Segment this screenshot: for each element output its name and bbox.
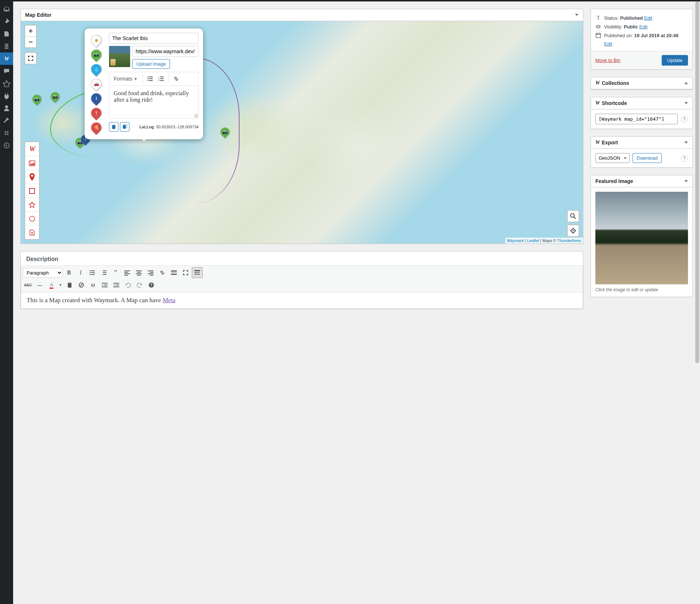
undo-button[interactable] xyxy=(122,280,133,291)
zoom-in-button[interactable]: + xyxy=(25,26,36,36)
attribution-leaflet-link[interactable]: Leaflet xyxy=(527,238,539,243)
fullscreen-button[interactable] xyxy=(24,52,37,65)
image-tool[interactable] xyxy=(25,156,39,170)
align-center-button[interactable] xyxy=(133,267,144,278)
sidebar-users[interactable] xyxy=(0,102,13,114)
map-marker[interactable]: 📷 xyxy=(221,128,229,136)
link-button[interactable] xyxy=(157,267,168,278)
shortcode-help-button[interactable]: ? xyxy=(681,116,688,123)
align-left-button[interactable] xyxy=(122,267,133,278)
sidebar-tools[interactable] xyxy=(0,114,13,127)
marker-description-editor[interactable]: Good food and drink, especially after a … xyxy=(109,86,199,118)
marker-image-thumbnail[interactable] xyxy=(109,46,130,67)
format-select[interactable]: Paragraph xyxy=(23,268,63,278)
export-format-select[interactable]: GeoJSON xyxy=(595,153,630,163)
align-right-button[interactable] xyxy=(145,267,156,278)
sidebar-collapse[interactable] xyxy=(0,139,13,152)
marker-type-photo[interactable]: 📷 xyxy=(89,47,104,62)
circle-tool[interactable] xyxy=(25,211,39,225)
rectangle-tool[interactable] xyxy=(25,184,39,198)
collections-header[interactable]: W Collections xyxy=(591,77,692,89)
readmore-button[interactable] xyxy=(168,267,179,278)
marker-type-water[interactable]: 💧 xyxy=(89,62,104,77)
redo-button[interactable] xyxy=(134,280,145,291)
calendar-icon xyxy=(595,32,601,38)
sidebar-comments[interactable] xyxy=(0,65,13,77)
bullet-list-button[interactable] xyxy=(87,267,98,278)
marker-tool[interactable] xyxy=(25,170,39,184)
duplicate-marker-button[interactable] xyxy=(120,122,129,132)
link-button[interactable] xyxy=(171,74,181,84)
marker-image-url-input[interactable] xyxy=(132,46,199,57)
map-marker[interactable]: 📷 xyxy=(51,92,59,101)
marker-type-food[interactable]: 🍕 xyxy=(89,120,104,135)
toolbar-toggle-button[interactable] xyxy=(192,267,203,278)
marker-type-pub[interactable]: 🍺 xyxy=(89,33,104,47)
hr-button[interactable]: — xyxy=(34,280,45,291)
move-to-bin-link[interactable]: Move to Bin xyxy=(595,58,621,63)
paste-text-button[interactable] xyxy=(64,280,75,291)
marker-type-info[interactable]: i xyxy=(89,91,104,106)
numbered-list-button[interactable]: 123 xyxy=(156,74,166,84)
map-editor-header[interactable]: Map Editor xyxy=(21,9,583,21)
formats-dropdown[interactable]: Formats ▼ xyxy=(111,74,140,83)
bold-button[interactable]: B xyxy=(63,267,74,278)
attribution-provider-link[interactable]: Thunderfores xyxy=(557,238,581,243)
fullscreen-button[interactable] xyxy=(180,267,191,278)
bullet-list-button[interactable] xyxy=(145,74,155,84)
marker-type-car[interactable]: 🚗 xyxy=(89,77,104,91)
featured-image-header[interactable]: Featured Image xyxy=(591,175,692,187)
svg-rect-36 xyxy=(137,272,141,273)
star-tool[interactable] xyxy=(25,198,39,211)
published-row: Published on: 19 Jul 2019 at 20:48 Edit xyxy=(595,31,688,48)
description-editor[interactable]: This is a Map created with Waymark. A Ma… xyxy=(21,292,583,309)
sidebar-appearance[interactable] xyxy=(0,77,13,90)
delete-marker-button[interactable] xyxy=(109,122,118,132)
featured-image[interactable] xyxy=(595,192,688,284)
export-header[interactable]: W Export xyxy=(591,137,692,149)
page-scrollbar[interactable] xyxy=(695,1,700,604)
map-marker[interactable]: 📷 xyxy=(32,95,41,104)
meta-link[interactable]: Meta xyxy=(163,297,175,304)
upload-image-button[interactable]: Upload Image xyxy=(132,59,170,69)
sidebar-posts[interactable] xyxy=(0,15,13,28)
resize-handle[interactable] xyxy=(194,114,198,117)
shortcode-input[interactable] xyxy=(595,114,678,124)
text-color-button[interactable]: A xyxy=(46,280,57,291)
sidebar-settings[interactable] xyxy=(0,127,13,139)
attribution-waymark-link[interactable]: Waymark xyxy=(507,238,524,243)
italic-button[interactable]: I xyxy=(75,267,86,278)
sidebar-dashboard[interactable] xyxy=(0,3,13,15)
marker-edit-popup: 🍺 📷 💧 🚗 i ! 🍕 xyxy=(85,28,203,139)
sidebar-media[interactable] xyxy=(0,28,13,40)
edit-visibility-link[interactable]: Edit xyxy=(639,24,648,30)
svg-point-26 xyxy=(90,274,91,275)
marker-title-input[interactable] xyxy=(109,33,199,44)
numbered-list-button[interactable] xyxy=(98,267,109,278)
strikethrough-button[interactable]: ABC xyxy=(23,280,34,291)
export-help-button[interactable]: ? xyxy=(681,155,688,162)
help-button[interactable]: ? xyxy=(146,280,157,291)
upload-tool[interactable] xyxy=(25,225,39,239)
map-locate-button[interactable] xyxy=(567,225,579,237)
text-color-dropdown[interactable]: ▼ xyxy=(58,280,63,291)
edit-status-link[interactable]: Edit xyxy=(644,15,652,21)
update-button[interactable]: Update xyxy=(662,55,688,66)
marker-type-alert[interactable]: ! xyxy=(89,106,104,120)
waymark-tool[interactable]: W xyxy=(25,142,39,156)
special-char-button[interactable]: Ω xyxy=(88,280,98,291)
zoom-out-button[interactable]: − xyxy=(25,36,36,47)
map-canvas[interactable]: 📷 📷 📷 i 📷 + − W xyxy=(21,21,583,243)
indent-button[interactable] xyxy=(111,280,122,291)
sidebar-waymark[interactable]: W xyxy=(0,52,13,65)
edit-date-link[interactable]: Edit xyxy=(604,41,688,47)
sidebar-pages[interactable] xyxy=(0,40,13,52)
shortcode-header[interactable]: W Shortcode xyxy=(591,97,692,109)
sidebar-plugins[interactable] xyxy=(0,90,13,102)
svg-rect-60 xyxy=(116,285,119,285)
map-search-button[interactable] xyxy=(567,210,579,222)
download-button[interactable]: Download xyxy=(633,153,662,163)
outdent-button[interactable] xyxy=(99,280,110,291)
quote-button[interactable]: " xyxy=(110,267,121,278)
clear-formatting-button[interactable] xyxy=(76,280,87,291)
